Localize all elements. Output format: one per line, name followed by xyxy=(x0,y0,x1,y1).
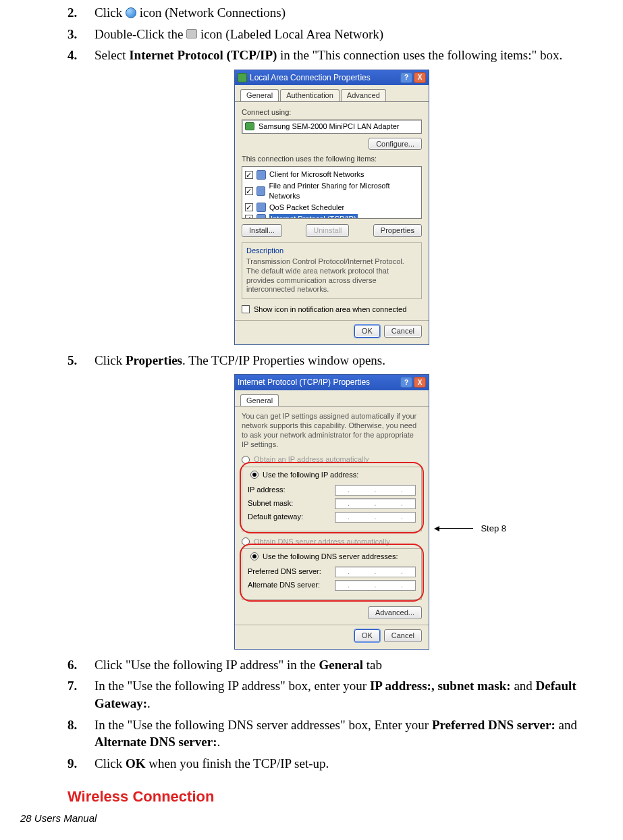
checkbox-icon[interactable] xyxy=(245,187,253,195)
adapter-name: Samsung SEM-2000 MiniPCI LAN Adapter xyxy=(259,122,400,132)
step-text: . The TCP/IP Properties window opens. xyxy=(182,353,385,367)
radio-icon[interactable] xyxy=(250,552,259,560)
configure-button[interactable]: Configure... xyxy=(369,138,422,151)
radio-obtain-dns[interactable]: Obtain DNS server address automatically xyxy=(242,537,422,547)
step-2: 2. Click icon (Network Connections) xyxy=(67,4,596,22)
help-button[interactable]: ? xyxy=(400,72,412,83)
step-text: tab xyxy=(363,658,382,672)
radio-icon[interactable] xyxy=(250,471,259,479)
titlebar-controls: ? X xyxy=(400,377,426,388)
ip-address-input[interactable]: ... xyxy=(335,485,416,496)
item-label-selected: Internet Protocol (TCP/IP) xyxy=(269,214,358,219)
radio-obtain-ip[interactable]: Obtain an IP address automatically xyxy=(242,454,422,465)
step-bold: IP address:, subnet mask: xyxy=(370,679,511,693)
list-item[interactable]: Client for Microsoft Networks xyxy=(245,169,418,180)
window-title: Local Area Connection Properties xyxy=(250,72,371,83)
step-bold: Alternate DNS server: xyxy=(94,735,217,749)
alternate-dns-input[interactable]: ... xyxy=(335,580,416,591)
preferred-dns-input[interactable]: ... xyxy=(335,567,416,577)
connection-items-list[interactable]: Client for Microsoft Networks File and P… xyxy=(242,166,422,219)
field-label: Subnet mask: xyxy=(248,498,293,508)
heading-wireless-connection: Wireless Connection xyxy=(67,787,596,807)
step-number: 3. xyxy=(67,26,94,43)
properties-button[interactable]: Properties xyxy=(373,224,422,237)
adapter-field: Samsung SEM-2000 MiniPCI LAN Adapter xyxy=(242,120,422,134)
step-body: In the "Use the following IP address" bo… xyxy=(94,677,596,712)
radio-icon[interactable] xyxy=(242,456,250,464)
close-button[interactable]: X xyxy=(414,377,426,388)
step-bold: Internet Protocol (TCP/IP) xyxy=(129,48,277,62)
uninstall-button[interactable]: Uninstall xyxy=(306,224,349,237)
step-number: 6. xyxy=(67,656,94,674)
step-text: Click xyxy=(94,5,126,20)
list-item[interactable]: File and Printer Sharing for Microsoft N… xyxy=(245,180,418,202)
radio-label: Obtain an IP address automatically xyxy=(254,454,369,465)
titlebar: Internet Protocol (TCP/IP) Properties ? … xyxy=(235,375,429,390)
local-area-network-icon xyxy=(186,29,197,38)
cancel-button[interactable]: Cancel xyxy=(384,325,422,338)
step-text: when you finish the TCP/IP set-up. xyxy=(145,756,329,770)
service-icon xyxy=(256,203,266,212)
cancel-button[interactable]: Cancel xyxy=(384,629,422,642)
field-label: Preferred DNS server: xyxy=(248,567,321,577)
preferred-dns-row: Preferred DNS server: ... xyxy=(248,567,416,577)
show-icon-checkbox-row: Show icon in notification area when conn… xyxy=(242,305,422,315)
radio-icon[interactable] xyxy=(242,537,250,546)
checkbox-icon[interactable] xyxy=(242,305,250,313)
step-text: . xyxy=(217,735,220,749)
client-icon xyxy=(256,170,266,180)
tab-general[interactable]: General xyxy=(240,394,279,406)
steps-list: 2. Click icon (Network Connections) 3. D… xyxy=(67,4,596,64)
step-body: Click icon (Network Connections) xyxy=(94,4,596,22)
dialog-lac-properties: Local Area Connection Properties ? X Gen… xyxy=(234,70,429,345)
ok-button[interactable]: OK xyxy=(354,629,380,642)
tab-authentication[interactable]: Authentication xyxy=(280,89,340,101)
default-gateway-input[interactable]: ... xyxy=(335,512,416,523)
ok-button[interactable]: OK xyxy=(354,325,380,338)
network-connections-icon xyxy=(126,7,136,18)
callout-arrow-icon xyxy=(434,526,439,531)
step-text: in the "This connection uses the followi… xyxy=(277,48,562,62)
radio-use-ip[interactable]: Use the following IP address: xyxy=(248,470,361,480)
checkbox-icon[interactable] xyxy=(245,171,253,179)
dialog-body: You can get IP settings assigned automat… xyxy=(235,406,429,648)
step-text: . xyxy=(147,696,151,710)
manual-page: 2. Click icon (Network Connections) 3. D… xyxy=(0,0,623,840)
checkbox-icon[interactable] xyxy=(245,215,253,219)
field-label: Alternate DNS server: xyxy=(248,580,320,590)
install-button[interactable]: Install... xyxy=(242,224,282,237)
step-text: Click xyxy=(94,756,126,770)
checkbox-icon[interactable] xyxy=(245,203,253,211)
show-icon-label: Show icon in notification area when conn… xyxy=(254,305,406,315)
callout-line xyxy=(439,528,473,529)
subnet-mask-input[interactable]: ... xyxy=(335,498,416,509)
connection-items-label: This connection uses the following items… xyxy=(242,154,422,164)
step-text: Click xyxy=(94,353,126,367)
step-bold: OK xyxy=(126,756,146,770)
step-body: Click "Use the following IP address" in … xyxy=(94,656,596,674)
item-label: QoS Packet Scheduler xyxy=(269,203,344,213)
figure-tcpip-properties: Internet Protocol (TCP/IP) Properties ? … xyxy=(67,374,596,649)
list-item[interactable]: QoS Packet Scheduler xyxy=(245,202,418,213)
close-button[interactable]: X xyxy=(414,72,426,83)
dialog-tcpip-properties: Internet Protocol (TCP/IP) Properties ? … xyxy=(234,374,429,649)
subnet-mask-row: Subnet mask: ... xyxy=(248,498,416,509)
field-label: IP address: xyxy=(248,485,285,495)
advanced-button[interactable]: Advanced... xyxy=(368,606,422,619)
step-text: In the "Use the following IP address" bo… xyxy=(94,679,370,693)
intro-text: You can get IP settings assigned automat… xyxy=(242,412,422,449)
tab-general[interactable]: General xyxy=(240,89,279,101)
step-text: icon (Network Connections) xyxy=(140,5,286,20)
help-button[interactable]: ? xyxy=(400,377,412,388)
tab-advanced[interactable]: Advanced xyxy=(341,89,386,101)
protocol-icon xyxy=(256,214,266,219)
ip-address-row: IP address: ... xyxy=(248,485,416,496)
separator xyxy=(235,320,429,321)
separator xyxy=(235,625,429,625)
list-item[interactable]: Internet Protocol (TCP/IP) xyxy=(245,213,418,219)
window-title: Internet Protocol (TCP/IP) Properties xyxy=(238,377,370,388)
window-icon xyxy=(238,73,247,82)
description-text: Transmission Control Protocol/Internet P… xyxy=(246,257,417,294)
radio-use-dns[interactable]: Use the following DNS server addresses: xyxy=(248,552,401,562)
tab-strip: General Authentication Advanced xyxy=(235,85,429,102)
